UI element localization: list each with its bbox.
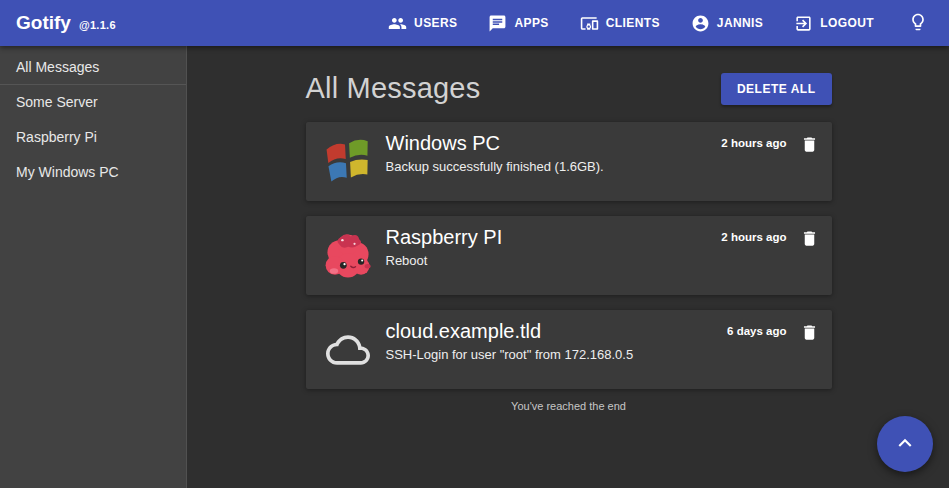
- sidebar-item-label: My Windows PC: [16, 164, 119, 180]
- nav-user-account-button[interactable]: JANNIS: [689, 8, 765, 39]
- message-card: cloud.example.tld SSH-Login for user "ro…: [306, 310, 832, 389]
- sidebar-item-all-messages[interactable]: All Messages: [0, 50, 186, 85]
- page-title: All Messages: [306, 72, 481, 105]
- message-title: Windows PC: [386, 132, 722, 155]
- message-title: cloud.example.tld: [386, 320, 728, 343]
- message-card: Windows PC Backup successfully finished …: [306, 122, 832, 201]
- nav-users-label: USERS: [414, 16, 457, 30]
- sidebar: All Messages Some Server Raspberry Pi My…: [0, 46, 187, 488]
- sidebar-item-my-windows-pc[interactable]: My Windows PC: [0, 155, 186, 190]
- nav-apps-label: APPS: [514, 16, 548, 30]
- message-title: Raspberry PI: [386, 226, 722, 249]
- message-timestamp: 2 hours ago: [721, 137, 786, 149]
- nav-logout-button[interactable]: LOGOUT: [792, 8, 876, 39]
- app-title: Gotify: [16, 12, 71, 34]
- delete-message-button[interactable]: [800, 323, 819, 345]
- nav-clients-button[interactable]: CLIENTS: [578, 8, 662, 39]
- theme-toggle-button[interactable]: [903, 7, 933, 40]
- nav-username-label: JANNIS: [717, 16, 763, 30]
- app-version: @1.1.6: [79, 19, 116, 31]
- message-timestamp: 2 hours ago: [721, 231, 786, 243]
- message-body: SSH-Login for user "root" from 172.168.0…: [386, 347, 728, 362]
- clients-devices-icon: [580, 14, 599, 33]
- message-body: Backup successfully finished (1.6GB).: [386, 159, 722, 174]
- nav-users-button[interactable]: USERS: [386, 8, 459, 39]
- main-area: All Messages DELETE ALL Windows PC Backu…: [188, 46, 949, 488]
- logout-icon: [794, 14, 813, 33]
- nav-apps-button[interactable]: APPS: [486, 8, 550, 39]
- sidebar-item-label: Raspberry Pi: [16, 129, 97, 145]
- delete-message-button[interactable]: [800, 229, 819, 251]
- lightbulb-icon: [908, 12, 928, 35]
- app-bar: Gotify @1.1.6 USERS APPS CLIENTS JANNIS …: [0, 0, 949, 46]
- users-icon: [388, 14, 407, 33]
- windows-logo: [320, 135, 376, 189]
- nav-clients-label: CLIENTS: [606, 16, 660, 30]
- trash-icon: [800, 330, 819, 345]
- message-timestamp: 6 days ago: [727, 325, 786, 337]
- sidebar-item-some-server[interactable]: Some Server: [0, 85, 186, 120]
- cloud-icon: [320, 328, 376, 372]
- sidebar-item-raspberry-pi[interactable]: Raspberry Pi: [0, 120, 186, 155]
- delete-all-button[interactable]: DELETE ALL: [721, 73, 832, 105]
- scroll-to-top-button[interactable]: [877, 416, 933, 472]
- brand: Gotify @1.1.6: [16, 12, 116, 34]
- message-body: Reboot: [386, 253, 722, 268]
- delete-message-button[interactable]: [800, 135, 819, 157]
- message-card: Raspberry PI Reboot 2 hours ago: [306, 216, 832, 295]
- account-circle-icon: [691, 14, 710, 33]
- sidebar-item-label: Some Server: [16, 94, 98, 110]
- apps-chat-icon: [488, 14, 507, 33]
- top-nav: USERS APPS CLIENTS JANNIS LOGOUT: [386, 7, 933, 40]
- trash-icon: [800, 142, 819, 157]
- nav-logout-label: LOGOUT: [820, 16, 874, 30]
- sidebar-item-label: All Messages: [16, 59, 99, 75]
- chevron-up-icon: [892, 430, 918, 459]
- end-of-list-text: You've reached the end: [306, 400, 832, 412]
- trash-icon: [800, 236, 819, 251]
- raspberry-icon: [320, 228, 376, 284]
